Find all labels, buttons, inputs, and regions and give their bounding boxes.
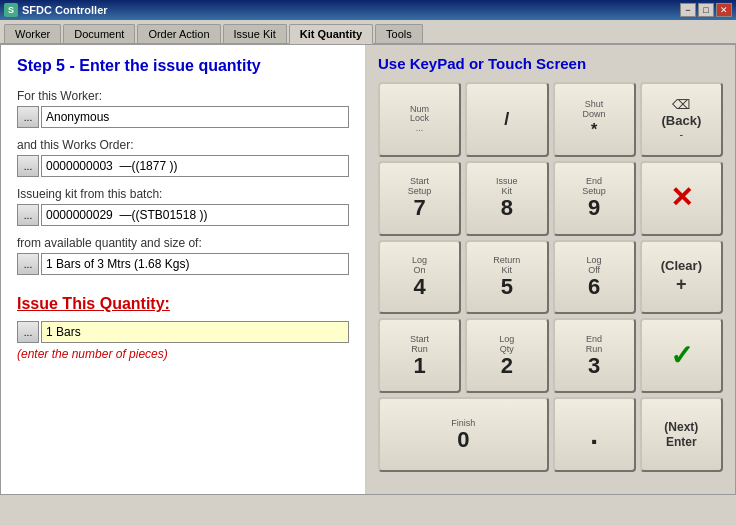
issue-section: Issue This Quantity: ... (enter the numb… xyxy=(17,295,349,361)
issue-hint: (enter the number of pieces) xyxy=(17,347,349,361)
order-field-group: and this Works Order: ... xyxy=(17,138,349,177)
key-numlock[interactable]: NumLock ... xyxy=(378,82,461,157)
key-confirm[interactable]: ✓ xyxy=(640,318,723,393)
key-back[interactable]: ⌫ (Back) - xyxy=(640,82,723,157)
worker-field-group: For this Worker: ... xyxy=(17,89,349,128)
left-panel: Step 5 - Enter the issue quantity For th… xyxy=(1,45,366,494)
issue-label: Issue This Quantity: xyxy=(17,295,349,313)
batch-field-group: Issueing kit from this batch: ... xyxy=(17,187,349,226)
batch-browse-button[interactable]: ... xyxy=(17,204,39,226)
key-1[interactable]: StartRun 1 xyxy=(378,318,461,393)
close-button[interactable]: ✕ xyxy=(716,3,732,17)
panel-title: Step 5 - Enter the issue quantity xyxy=(17,57,349,75)
window-title: SFDC Controller xyxy=(22,4,108,16)
order-label: and this Works Order: xyxy=(17,138,349,152)
key-cancel[interactable]: ✕ xyxy=(640,161,723,236)
tab-tools[interactable]: Tools xyxy=(375,24,423,43)
order-input[interactable] xyxy=(41,155,349,177)
order-browse-button[interactable]: ... xyxy=(17,155,39,177)
key-0[interactable]: Finish 0 xyxy=(378,397,549,472)
main-content: Step 5 - Enter the issue quantity For th… xyxy=(0,44,736,495)
app-icon: S xyxy=(4,3,18,17)
key-8[interactable]: IssueKit 8 xyxy=(465,161,548,236)
worker-label: For this Worker: xyxy=(17,89,349,103)
tab-issue-kit[interactable]: Issue Kit xyxy=(223,24,287,43)
key-2[interactable]: LogQty 2 xyxy=(465,318,548,393)
key-shutdown[interactable]: ShutDown * xyxy=(553,82,636,157)
key-dot[interactable]: . xyxy=(553,397,636,472)
worker-browse-button[interactable]: ... xyxy=(17,106,39,128)
qty-available-input[interactable] xyxy=(41,253,349,275)
qty-available-field-group: from available quantity and size of: ... xyxy=(17,236,349,275)
minimize-button[interactable]: − xyxy=(680,3,696,17)
batch-label: Issueing kit from this batch: xyxy=(17,187,349,201)
maximize-button[interactable]: □ xyxy=(698,3,714,17)
keypad: NumLock ... / ShutDown * ⌫ (Back) - Star… xyxy=(378,82,723,472)
qty-browse-button[interactable]: ... xyxy=(17,253,39,275)
tab-kit-quantity[interactable]: Kit Quantity xyxy=(289,24,373,44)
tab-order-action[interactable]: Order Action xyxy=(137,24,220,43)
qty-available-label: from available quantity and size of: xyxy=(17,236,349,250)
key-3[interactable]: EndRun 3 xyxy=(553,318,636,393)
right-title: Use KeyPad or Touch Screen xyxy=(378,55,723,72)
key-5[interactable]: ReturnKit 5 xyxy=(465,240,548,315)
key-slash[interactable]: / xyxy=(465,82,548,157)
tab-worker[interactable]: Worker xyxy=(4,24,61,43)
batch-input[interactable] xyxy=(41,204,349,226)
key-9[interactable]: EndSetup 9 xyxy=(553,161,636,236)
key-4[interactable]: LogOn 4 xyxy=(378,240,461,315)
key-clear[interactable]: (Clear) + xyxy=(640,240,723,315)
right-panel: Use KeyPad or Touch Screen NumLock ... /… xyxy=(366,45,735,494)
tab-document[interactable]: Document xyxy=(63,24,135,43)
tab-bar: Worker Document Order Action Issue Kit K… xyxy=(0,20,736,44)
key-6[interactable]: LogOff 6 xyxy=(553,240,636,315)
issue-browse-button[interactable]: ... xyxy=(17,321,39,343)
window-controls: − □ ✕ xyxy=(680,3,732,17)
key-enter[interactable]: (Next)Enter xyxy=(640,397,723,472)
worker-input[interactable] xyxy=(41,106,349,128)
title-bar: S SFDC Controller − □ ✕ xyxy=(0,0,736,20)
issue-input[interactable] xyxy=(41,321,349,343)
key-7[interactable]: StartSetup 7 xyxy=(378,161,461,236)
